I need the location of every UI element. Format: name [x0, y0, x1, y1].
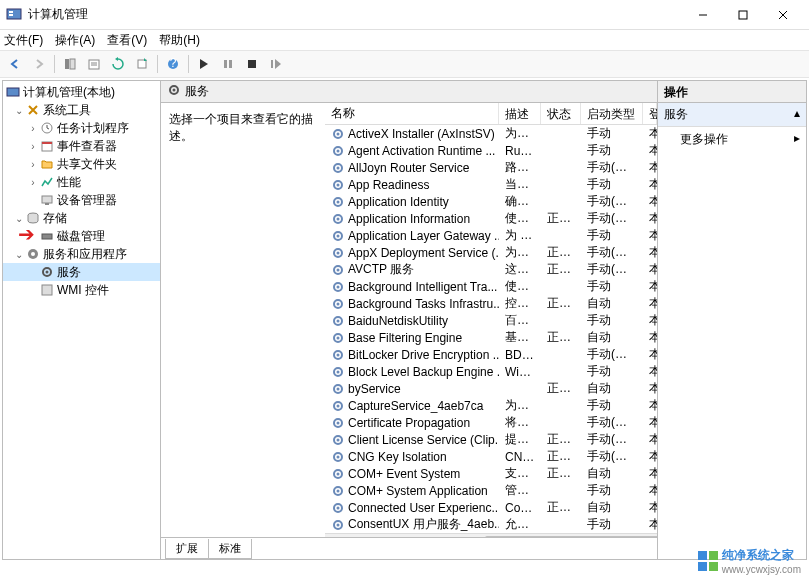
service-row[interactable]: Block Level Backup Engine ...Win...手动本 — [325, 363, 657, 380]
svg-point-61 — [337, 353, 340, 356]
tree-device-manager[interactable]: 设备管理器 — [3, 191, 160, 209]
svg-point-81 — [337, 523, 340, 526]
help-button[interactable]: ? — [162, 53, 184, 75]
gear-icon — [331, 178, 345, 192]
service-name: Client License Service (Clip... — [348, 433, 499, 447]
tools-icon — [25, 102, 41, 118]
refresh-button[interactable] — [107, 53, 129, 75]
service-name: Block Level Backup Engine ... — [348, 365, 499, 379]
expander-icon[interactable]: › — [27, 141, 39, 152]
service-row[interactable]: AppX Deployment Service (...为部...正在...手动… — [325, 244, 657, 261]
service-row[interactable]: Background Tasks Infrastru...控制...正在...自… — [325, 295, 657, 312]
menu-file[interactable]: 文件(F) — [4, 32, 43, 49]
service-row[interactable]: Connected User Experienc...Con...正在...自动… — [325, 499, 657, 516]
service-row[interactable]: COM+ Event System支持...正在...自动本 — [325, 465, 657, 482]
expander-icon[interactable]: ⌄ — [13, 249, 25, 260]
tree-storage[interactable]: ⌄ 存储 — [3, 209, 160, 227]
service-status: 正在... — [541, 499, 581, 516]
tab-extended[interactable]: 扩展 — [165, 539, 209, 559]
service-startup: 手动(触发... — [581, 193, 643, 210]
service-row[interactable]: CNG Key IsolationCNG...正在...手动(触发...本 — [325, 448, 657, 465]
storage-icon — [25, 210, 41, 226]
service-logon: 本 — [643, 465, 657, 482]
back-button[interactable] — [4, 53, 26, 75]
device-icon — [39, 192, 55, 208]
service-desc: 为 In... — [499, 227, 541, 244]
menu-help[interactable]: 帮助(H) — [159, 32, 200, 49]
expander-icon[interactable]: › — [27, 159, 39, 170]
pause-button[interactable] — [217, 53, 239, 75]
actions-more[interactable]: 更多操作 ▸ — [658, 127, 806, 152]
tab-standard[interactable]: 标准 — [208, 539, 252, 559]
service-name: ConsentUX 用户服务_4aeb... — [348, 516, 499, 533]
watermark: 纯净系统之家 www.ycwxjsy.com — [698, 547, 801, 575]
col-desc[interactable]: 描述 — [499, 103, 541, 124]
tree-system-tools[interactable]: ⌄ 系统工具 — [3, 101, 160, 119]
svg-point-33 — [173, 89, 176, 92]
forward-button[interactable] — [28, 53, 50, 75]
maximize-button[interactable] — [723, 1, 763, 29]
stop-button[interactable] — [241, 53, 263, 75]
service-row[interactable]: Certificate Propagation将用...手动(触发...本 — [325, 414, 657, 431]
service-row[interactable]: AllJoyn Router Service路由...手动(触发...本 — [325, 159, 657, 176]
tree-event-viewer[interactable]: › 事件查看器 — [3, 137, 160, 155]
svg-point-28 — [31, 252, 35, 256]
center-pane: 服务 选择一个项目来查看它的描述。 名称 描述 状态 启动类型 登 Active… — [161, 81, 658, 559]
close-button[interactable] — [763, 1, 803, 29]
service-row[interactable]: BaiduNetdiskUtility百度...手动本 — [325, 312, 657, 329]
collapse-icon[interactable]: ▴ — [794, 106, 800, 123]
service-startup: 手动 — [581, 125, 643, 142]
expander-icon[interactable]: › — [27, 123, 39, 134]
tree-root[interactable]: 计算机管理(本地) — [3, 83, 160, 101]
minimize-button[interactable] — [683, 1, 723, 29]
service-startup: 自动 — [581, 329, 643, 346]
expander-icon[interactable]: ⌄ — [13, 105, 25, 116]
service-row[interactable]: CaptureService_4aeb7ca为调...手动本 — [325, 397, 657, 414]
expander-icon[interactable]: ⌄ — [13, 213, 25, 224]
services-icon — [25, 246, 41, 262]
tree-services-apps[interactable]: ⌄ 服务和应用程序 — [3, 245, 160, 263]
service-row[interactable]: Application Layer Gateway ...为 In...手动本 — [325, 227, 657, 244]
service-row[interactable]: Application Identity确定...手动(触发...本 — [325, 193, 657, 210]
scrollbar-thumb[interactable] — [485, 536, 657, 537]
service-row[interactable]: AVCTP 服务这是...正在...手动(触发...本 — [325, 261, 657, 278]
show-hide-button[interactable] — [59, 53, 81, 75]
tree-shared-folders[interactable]: › 共享文件夹 — [3, 155, 160, 173]
start-button[interactable] — [193, 53, 215, 75]
service-row[interactable]: byService正在...自动本 — [325, 380, 657, 397]
service-row[interactable]: Client License Service (Clip...提供...正在..… — [325, 431, 657, 448]
tree-services[interactable]: 服务 — [3, 263, 160, 281]
tree-disk-management[interactable]: 磁盘管理 — [3, 227, 160, 245]
service-row[interactable]: Application Information使用...正在...手动(触发..… — [325, 210, 657, 227]
service-row[interactable]: Background Intelligent Tra...使用...手动本 — [325, 278, 657, 295]
export-button[interactable] — [131, 53, 153, 75]
gear-icon — [39, 264, 55, 280]
clock-icon — [39, 120, 55, 136]
horizontal-scrollbar[interactable] — [325, 533, 657, 537]
service-name: BaiduNetdiskUtility — [348, 314, 448, 328]
service-row[interactable]: Agent Activation Runtime ...Run...手动本 — [325, 142, 657, 159]
menu-action[interactable]: 操作(A) — [55, 32, 95, 49]
service-row[interactable]: BitLocker Drive Encryption ...BDE...手动(触… — [325, 346, 657, 363]
service-status: 正在... — [541, 295, 581, 312]
service-row[interactable]: Base Filtering Engine基本...正在...自动本 — [325, 329, 657, 346]
col-status[interactable]: 状态 — [541, 103, 581, 124]
gear-icon — [331, 229, 345, 243]
tree-task-scheduler[interactable]: › 任务计划程序 — [3, 119, 160, 137]
service-desc: 确定... — [499, 193, 541, 210]
service-row[interactable]: COM+ System Application管理...手动本 — [325, 482, 657, 499]
service-row[interactable]: App Readiness当用...手动本 — [325, 176, 657, 193]
expander-icon[interactable]: › — [27, 177, 39, 188]
restart-button[interactable] — [265, 53, 287, 75]
svg-text:?: ? — [170, 57, 177, 70]
properties-button[interactable] — [83, 53, 105, 75]
service-row[interactable]: ActiveX Installer (AxInstSV)为从...手动本 — [325, 125, 657, 142]
tree-wmi[interactable]: WMI 控件 — [3, 281, 160, 299]
tree-performance[interactable]: › 性能 — [3, 173, 160, 191]
col-logon[interactable]: 登 — [643, 103, 657, 124]
service-row[interactable]: ConsentUX 用户服务_4aeb...允许...手动本 — [325, 516, 657, 533]
menu-view[interactable]: 查看(V) — [107, 32, 147, 49]
service-startup: 手动 — [581, 482, 643, 499]
col-name[interactable]: 名称 — [325, 103, 499, 124]
col-startup[interactable]: 启动类型 — [581, 103, 643, 124]
